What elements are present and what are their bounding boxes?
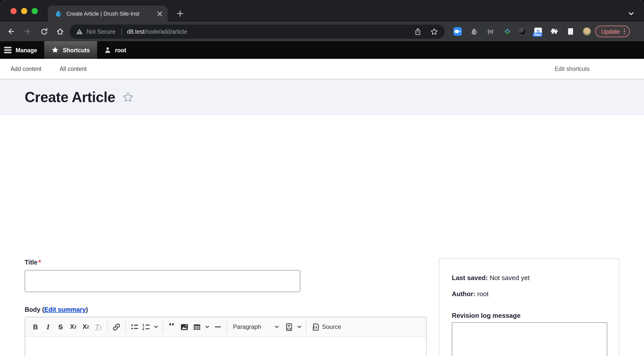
hamburger-icon (4, 46, 12, 54)
browser-menu-kebab-icon[interactable] (624, 28, 625, 34)
body-label: Body (Edit summary) (25, 306, 88, 313)
revision-log-textarea[interactable] (452, 322, 607, 356)
shortcut-all-content[interactable]: All content (60, 66, 87, 72)
extensions-puzzle-icon[interactable] (550, 27, 558, 36)
window-zoom-button[interactable] (32, 8, 37, 14)
zigzag-extension-icon[interactable] (503, 27, 512, 36)
list-options-chevron-icon[interactable] (152, 319, 160, 334)
tab-search-chevron-icon[interactable] (625, 8, 637, 20)
remove-format-button[interactable]: T× (92, 319, 105, 334)
numbered-list-button[interactable]: 12 (141, 319, 152, 334)
bulleted-list-button[interactable] (128, 319, 141, 334)
shortcut-add-content[interactable]: Add content (11, 66, 42, 72)
browser-toolbar: Not Secure d8.test/node/add/article {≡} … (0, 22, 644, 41)
new-tab-button[interactable] (174, 7, 187, 20)
side-panel-extension-icon[interactable] (566, 27, 575, 36)
horizontal-rule-button[interactable] (211, 319, 224, 334)
edit-shortcuts-link[interactable]: Edit shortcuts (555, 66, 590, 72)
tab-title: Create Article | Drush Site-Inst (66, 11, 156, 17)
source-button[interactable]: Source (309, 323, 343, 331)
node-form: Title* Body (Edit summary) B I S X2 X2 T… (0, 115, 644, 356)
required-mark: * (38, 259, 41, 266)
svg-text:2: 2 (142, 327, 144, 331)
user-icon (104, 46, 111, 54)
link-button[interactable] (110, 319, 123, 334)
strikethrough-button[interactable]: S (54, 319, 67, 334)
template-options-chevron-icon[interactable] (295, 319, 303, 334)
table-options-chevron-icon[interactable] (203, 319, 211, 334)
omnibox-separator (121, 28, 122, 35)
drupal-admin-toolbar: Manage Shortcuts root (0, 41, 644, 59)
block-quote-button[interactable]: “ (166, 323, 178, 330)
toolbar-item-shortcuts[interactable]: Shortcuts (44, 41, 97, 59)
extension-new-badge: New (533, 33, 542, 37)
meta-sidebar: Last saved: Not saved yet Author: root R… (439, 258, 619, 356)
author-row: Author: root (452, 290, 489, 298)
home-icon[interactable] (55, 27, 65, 36)
zoom-extension-icon[interactable] (453, 27, 462, 36)
drupal-extension-icon[interactable] (470, 27, 478, 36)
browser-tab[interactable]: Create Article | Drush Site-Inst (48, 6, 168, 22)
url-host: d8.test (127, 28, 144, 34)
dark-circle-extension-icon[interactable] (518, 27, 527, 36)
tab-close-icon[interactable] (156, 10, 163, 17)
profile-avatar[interactable] (583, 27, 591, 36)
paragraph-style-dropdown[interactable]: Paragraph (229, 323, 283, 330)
revision-log-wrap (452, 322, 607, 356)
update-chrome-button[interactable]: Update (595, 26, 630, 37)
title-label: Title* (25, 259, 41, 266)
superscript-button[interactable]: X2 (67, 319, 79, 334)
body-editing-area[interactable] (25, 337, 426, 356)
forward-icon[interactable] (23, 27, 32, 36)
json-braces-extension-icon[interactable]: {≡} (486, 27, 495, 36)
share-icon[interactable] (414, 27, 422, 35)
url-path: /node/add/article (144, 28, 187, 34)
tab-strip: Create Article | Drush Site-Inst (0, 0, 644, 22)
star-icon (51, 46, 59, 54)
reload-icon[interactable] (39, 27, 49, 36)
last-saved-row: Last saved: Not saved yet (452, 274, 530, 282)
security-label: Not Secure (87, 28, 115, 34)
revision-log-label: Revision log message (452, 312, 520, 319)
insert-table-button[interactable] (191, 319, 203, 334)
window-minimize-button[interactable] (21, 8, 27, 14)
bookmark-star-icon[interactable] (430, 27, 438, 35)
body-editor: B I S X2 X2 T× 12 (25, 317, 427, 356)
italic-button[interactable]: I (42, 319, 54, 334)
shortcut-bar: Add content All content Edit shortcuts (0, 59, 644, 79)
not-secure-warning-icon (76, 28, 83, 35)
toolbar-item-user[interactable]: root (97, 41, 133, 59)
page-header: Create Article (0, 79, 644, 115)
insert-template-button[interactable] (283, 319, 295, 334)
insert-image-button[interactable] (178, 319, 191, 334)
page-title: Create Article (25, 89, 115, 106)
favorite-star-icon[interactable] (122, 92, 134, 103)
svg-text:1: 1 (142, 323, 144, 327)
edit-summary-link[interactable]: Edit summary (44, 306, 86, 313)
bold-button[interactable]: B (29, 319, 42, 334)
ckeditor-toolbar: B I S X2 X2 T× 12 (25, 317, 426, 337)
address-bar[interactable]: Not Secure d8.test/node/add/article (69, 24, 445, 38)
back-icon[interactable] (6, 27, 16, 36)
title-input[interactable] (25, 270, 300, 292)
s-extension-icon[interactable]: S New (534, 27, 542, 36)
drupal-favicon-icon (55, 10, 62, 17)
browser-window: Create Article | Drush Site-Inst (0, 0, 644, 356)
subscript-button[interactable]: X2 (79, 319, 92, 334)
window-close-button[interactable] (11, 8, 16, 14)
toolbar-item-manage[interactable]: Manage (0, 41, 44, 59)
